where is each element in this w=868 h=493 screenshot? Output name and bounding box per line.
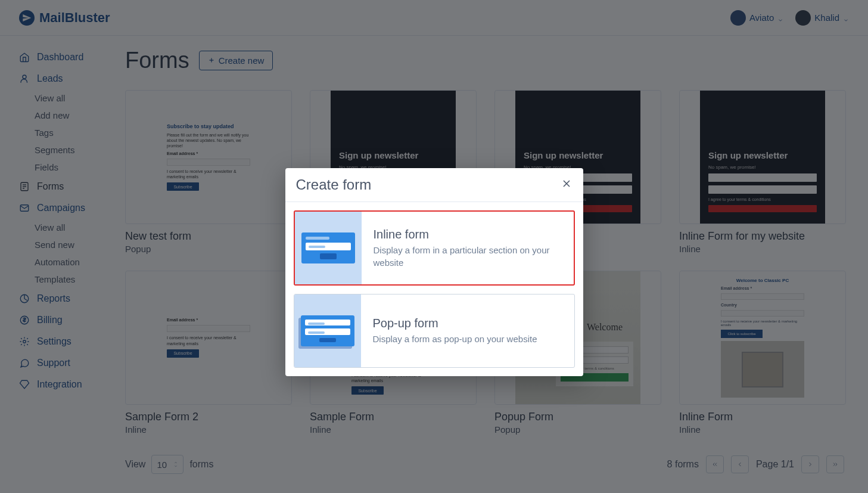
modal-title: Create form [296,176,372,193]
close-button[interactable] [561,178,573,192]
option-title: Pop-up form [373,317,537,330]
popup-form-icon [294,294,361,367]
option-desc: Display a form as pop-up on your website [373,333,537,345]
create-form-modal: Create form Inline form Display a form i… [285,168,583,376]
option-popup-form[interactable]: Pop-up form Display a form as pop-up on … [294,294,575,368]
close-icon [561,178,573,190]
modal-overlay[interactable]: Create form Inline form Display a form i… [0,0,868,493]
option-desc: Display a form in a particular section o… [374,244,564,269]
inline-form-icon [295,212,362,284]
option-title: Inline form [374,228,564,241]
option-inline-form[interactable]: Inline form Display a form in a particul… [294,210,575,286]
